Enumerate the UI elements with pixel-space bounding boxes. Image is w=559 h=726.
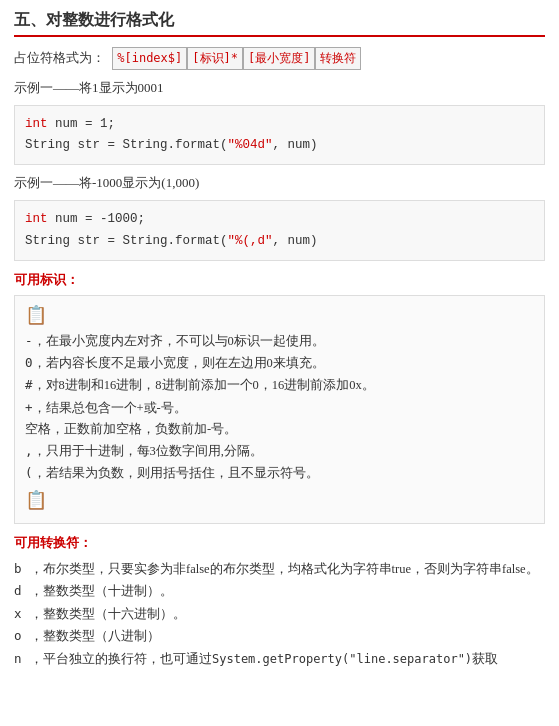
conv-section: 可用转换符： b ，布尔类型，只要实参为非false的布尔类型，均格式化为字符串…	[14, 534, 545, 671]
code-string1: "%04d"	[228, 138, 273, 152]
spec-index: %[index$]	[112, 47, 187, 70]
flags-box: 📋 -，在最小宽度内左对齐，不可以与0标识一起使用。 0，若内容长度不足最小宽度…	[14, 295, 545, 524]
conv-item-d: d ，整数类型（十进制）。	[14, 580, 545, 603]
example2-desc: 示例一——将-1000显示为(1,000)	[14, 173, 545, 194]
flag-line-3: #，对8进制和16进制，8进制前添加一个0，16进制前添加0x。	[25, 374, 534, 396]
flag-line-7: (，若结果为负数，则用括号括住，且不显示符号。	[25, 462, 534, 484]
flag-icon-top: 📋	[25, 304, 534, 326]
conv-desc-x: ，整数类型（十六进制）。	[30, 603, 186, 626]
code-normal4: num = -1000;	[48, 212, 146, 226]
code-keyword: int	[25, 117, 48, 131]
example1-code: int num = 1; String str = String.format(…	[14, 105, 545, 166]
conv-title: 可用转换符：	[14, 534, 545, 552]
conv-item-o: o ，整数类型（八进制）	[14, 625, 545, 648]
format-spec: %[index$] [标识]* [最小宽度] 转换符	[112, 47, 361, 70]
flag-line-6: ,，只用于十进制，每3位数字间用,分隔。	[25, 440, 534, 462]
code-normal6: , num)	[273, 234, 318, 248]
section-title: 五、对整数进行格式化	[14, 10, 545, 37]
flag-line-4: +，结果总包含一个+或-号。	[25, 397, 534, 419]
conv-list: b ，布尔类型，只要实参为非false的布尔类型，均格式化为字符串true，否则…	[14, 558, 545, 671]
spec-conv: 转换符	[315, 47, 361, 70]
flags-section: 可用标识： 📋 -，在最小宽度内左对齐，不可以与0标识一起使用。 0，若内容长度…	[14, 271, 545, 524]
spec-width: [最小宽度]	[243, 47, 315, 70]
conv-desc-b: ，布尔类型，只要实参为非false的布尔类型，均格式化为字符串true，否则为字…	[30, 558, 539, 581]
flag-line-5: 空格，正数前加空格，负数前加-号。	[25, 419, 534, 440]
page-container: 五、对整数进行格式化 占位符格式为： %[index$] [标识]* [最小宽度…	[0, 0, 559, 684]
example2-code: int num = -1000; String str = String.for…	[14, 200, 545, 261]
code-normal5: String str = String.format(	[25, 234, 228, 248]
conv-desc-n: ，平台独立的换行符，也可通过System.getProperty("line.s…	[30, 648, 498, 671]
code-normal3: , num)	[273, 138, 318, 152]
code-normal: num = 1;	[48, 117, 116, 131]
flag-line-1: -，在最小宽度内左对齐，不可以与0标识一起使用。	[25, 330, 534, 352]
format-label: 占位符格式为：	[14, 50, 105, 65]
code-string2: "%(,d"	[228, 234, 273, 248]
conv-desc-o: ，整数类型（八进制）	[30, 625, 160, 648]
conv-item-n: n ，平台独立的换行符，也可通过System.getProperty("line…	[14, 648, 545, 671]
format-desc: 占位符格式为： %[index$] [标识]* [最小宽度] 转换符	[14, 47, 545, 70]
conv-item-b: b ，布尔类型，只要实参为非false的布尔类型，均格式化为字符串true，否则…	[14, 558, 545, 581]
spec-flags: [标识]*	[187, 47, 243, 70]
flag-line-2: 0，若内容长度不足最小宽度，则在左边用0来填充。	[25, 352, 534, 374]
example1-desc: 示例一——将1显示为0001	[14, 78, 545, 99]
flags-title: 可用标识：	[14, 271, 545, 289]
conv-desc-d: ，整数类型（十进制）。	[30, 580, 173, 603]
code-normal2: String str = String.format(	[25, 138, 228, 152]
conv-item-x: x ，整数类型（十六进制）。	[14, 603, 545, 626]
flag-icon-bottom: 📋	[25, 489, 534, 511]
code-keyword2: int	[25, 212, 48, 226]
